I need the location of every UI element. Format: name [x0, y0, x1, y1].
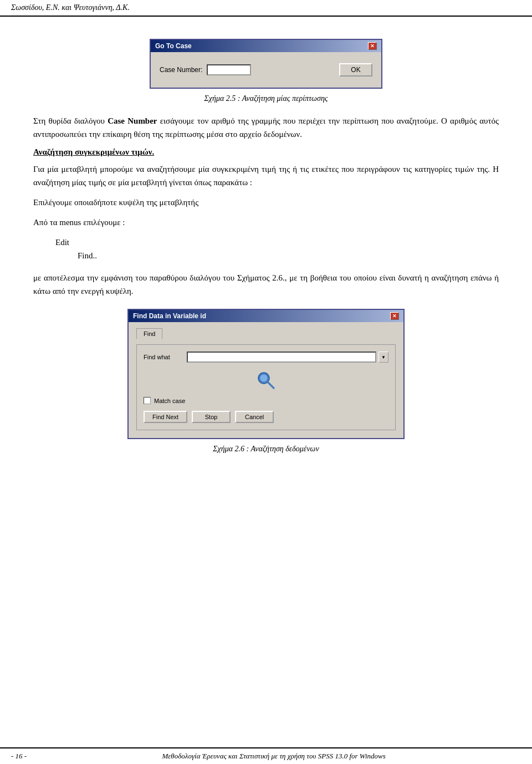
search-icon — [255, 369, 277, 391]
paragraph3-find: Find.. — [78, 249, 499, 262]
goto-left: Case Number: — [160, 64, 251, 75]
find-titlebar-buttons: ✕ — [390, 312, 399, 320]
case-number-label: Case Number: — [160, 66, 202, 74]
titlebar-buttons: ✕ — [368, 42, 377, 50]
figure1-caption: Σχήμα 2.5 : Αναζήτηση μίας περίπτωσης — [33, 94, 499, 103]
close-icon[interactable]: ✕ — [368, 42, 377, 50]
page-footer: - 16 - Μεθοδολογία Έρευνας και Στατιστικ… — [0, 747, 532, 764]
find-close-icon[interactable]: ✕ — [390, 312, 399, 320]
figure1-container: Go To Case ✕ Case Number: OK — [33, 39, 499, 89]
match-case-checkbox[interactable] — [144, 397, 151, 404]
find-what-label: Find what — [144, 354, 182, 360]
find-what-input[interactable] — [187, 352, 376, 363]
find-input-wrap: ▼ — [187, 352, 388, 363]
paragraph2: Για μία μεταβλητή μπορούμε να αναζητήσου… — [33, 162, 499, 189]
find-what-row: Find what ▼ — [144, 352, 388, 363]
stop-button[interactable]: Stop — [192, 411, 231, 423]
paragraph4: με αποτέλεσμα την εμφάνιση του παραθύρου… — [33, 271, 499, 298]
svg-line-2 — [268, 382, 274, 388]
goto-title: Go To Case — [155, 42, 192, 50]
cancel-button[interactable]: Cancel — [235, 411, 274, 423]
find-buttons: Find Next Stop Cancel — [144, 411, 388, 423]
ok-button[interactable]: OK — [339, 63, 372, 77]
find-title: Find Data in Variable id — [133, 312, 206, 320]
para1-bold: Case Number — [108, 116, 157, 125]
goto-body: Case Number: OK — [151, 52, 381, 88]
case-number-input[interactable] — [207, 64, 251, 75]
paragraph3-line2: Από τα menus επιλέγουμε : — [33, 216, 499, 229]
match-case-row: Match case — [144, 397, 388, 404]
header-text: Σωσσίδου, Ε.Ν. και Ψευτογιάννη, Δ.Κ. — [11, 3, 130, 12]
goto-titlebar: Go To Case ✕ — [151, 40, 381, 52]
find-tabs: Find — [136, 328, 396, 339]
paragraph3-edit: Edit — [55, 236, 499, 249]
page-header: Σωσσίδου, Ε.Ν. και Ψευτογιάννη, Δ.Κ. — [0, 0, 532, 17]
find-titlebar: Find Data in Variable id ✕ — [129, 310, 403, 322]
dropdown-arrow-icon[interactable]: ▼ — [378, 352, 388, 363]
paragraph1: Στη θυρίδα διαλόγου Case Number εισάγουμ… — [33, 114, 499, 141]
figure2-container: Find Data in Variable id ✕ Find Find wha… — [33, 309, 499, 439]
find-data-dialog: Find Data in Variable id ✕ Find Find wha… — [127, 309, 405, 439]
svg-point-1 — [260, 374, 268, 382]
paragraph3-line1: Επιλέγουμε οποιαδήποτε κυψέλη της μεταβλ… — [33, 196, 499, 209]
find-content-panel: Find what ▼ — [136, 344, 396, 430]
match-case-label: Match case — [154, 398, 185, 404]
section-heading: Αναζήτηση συγκεκριμένων τιμών. — [33, 147, 499, 157]
tab-find[interactable]: Find — [136, 328, 162, 339]
goto-case-dialog: Go To Case ✕ Case Number: OK — [150, 39, 382, 89]
footer-center: Μεθοδολογία Έρευνας και Στατιστική με τη… — [27, 752, 521, 761]
para1-intro: Στη θυρίδα διαλόγου — [33, 116, 108, 125]
find-next-button[interactable]: Find Next — [144, 411, 187, 423]
find-body: Find Find what ▼ — [129, 322, 403, 438]
figure2-caption: Σχήμα 2.6 : Αναζήτηση δεδομένων — [33, 445, 499, 454]
search-icon-area — [144, 369, 388, 391]
footer-left: - 16 - — [11, 752, 27, 761]
